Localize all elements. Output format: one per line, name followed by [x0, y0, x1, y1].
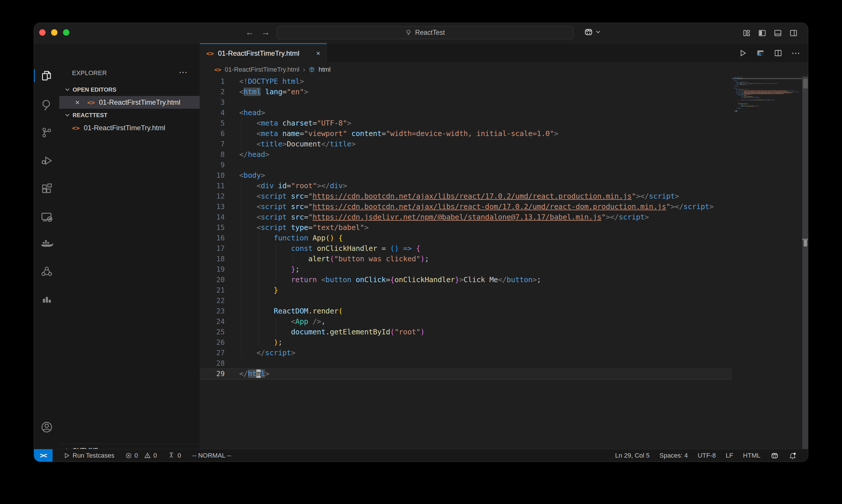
network-nodes-icon: [41, 265, 53, 277]
breadcrumb-file[interactable]: 01-ReactFirstTimeTry.html: [225, 66, 299, 73]
remote-indicator[interactable]: ><: [34, 449, 53, 462]
vim-mode-indicator[interactable]: -- NORMAL --: [192, 452, 231, 460]
code-line[interactable]: 4<head>: [200, 108, 808, 118]
code-line[interactable]: 7 <title>Document</title>: [200, 139, 808, 149]
sidebar-item-run-debug[interactable]: [34, 152, 59, 169]
tab-active-file[interactable]: <> 01-ReactFirstTimeTry.html ×: [200, 43, 327, 62]
code-line[interactable]: 29</html>: [200, 368, 808, 379]
toggle-primary-sidebar-icon[interactable]: [758, 29, 766, 37]
sidebar-item-explorer[interactable]: [34, 68, 59, 84]
code-line[interactable]: 28: [200, 358, 808, 368]
code-line[interactable]: 11 <div id="root"></div>: [200, 181, 808, 191]
problems-status[interactable]: 0 0: [125, 452, 157, 460]
zoom-window-button[interactable]: [63, 29, 69, 36]
chevron-down-icon: [62, 113, 73, 117]
sidebar-item-bar-chart[interactable]: [34, 291, 59, 307]
open-editors-section-header[interactable]: OPEN EDITORS: [59, 83, 200, 96]
copilot-status-icon[interactable]: [770, 452, 779, 460]
sidebar-item-extensions[interactable]: [34, 180, 59, 197]
breadcrumb-symbol[interactable]: html: [319, 66, 331, 73]
code-line[interactable]: 23 ReactDOM.render(: [200, 306, 808, 317]
code-line[interactable]: 25 document.getElementById("root"): [200, 327, 808, 337]
language-mode-status[interactable]: HTML: [743, 452, 760, 460]
encoding-status[interactable]: UTF-8: [698, 452, 716, 460]
customize-layout-icon[interactable]: [742, 29, 751, 37]
breadcrumb[interactable]: <> 01-ReactFirstTimeTry.html › html: [200, 62, 808, 76]
vscode-window: ← → ReactTest: [34, 23, 808, 462]
code-line[interactable]: 9: [200, 160, 808, 170]
code-line[interactable]: 10<body>: [200, 170, 808, 181]
open-editor-filename: 01-ReactFirstTimeTry.html: [99, 98, 180, 106]
code-line[interactable]: 16 function App() {: [200, 233, 808, 243]
code-line[interactable]: 20 return <button onClick={onClickHandle…: [200, 275, 808, 285]
close-tab-icon[interactable]: ×: [316, 49, 320, 57]
code-line[interactable]: 26 );: [200, 337, 808, 348]
tab-label: 01-ReactFirstTimeTry.html: [218, 49, 299, 57]
files-icon: [40, 69, 53, 82]
code-line[interactable]: 15 <script type="text/babel">: [200, 222, 808, 233]
broadcast-icon: [168, 452, 175, 459]
copilot-menu[interactable]: [584, 28, 600, 36]
search-icon: [406, 29, 412, 36]
status-bar: >< Run Testcases 0 0 0 -- NORMAL -- Ln 2…: [34, 449, 808, 462]
notifications-bell-icon[interactable]: [789, 452, 796, 460]
code-line[interactable]: 19 };: [200, 264, 808, 275]
more-actions-icon[interactable]: ⋯: [791, 48, 801, 58]
toggle-panel-icon[interactable]: [774, 29, 782, 37]
code-line[interactable]: 3: [200, 97, 808, 108]
indentation-status[interactable]: Spaces: 4: [659, 452, 688, 460]
sidebar-item-search[interactable]: [34, 96, 59, 113]
chevron-down-icon: [596, 30, 600, 34]
code-line[interactable]: 8</head>: [200, 149, 808, 160]
navigate-back-button[interactable]: ←: [245, 27, 254, 37]
command-center-search[interactable]: ReactTest: [277, 26, 574, 39]
run-testcases-button[interactable]: Run Testcases: [64, 452, 115, 460]
code-line[interactable]: 21 }: [200, 285, 808, 295]
eol-status[interactable]: LF: [725, 452, 733, 460]
explorer-more-actions[interactable]: ⋯: [179, 67, 188, 77]
tab-bar: <> 01-ReactFirstTimeTry.html × ⋯: [200, 43, 808, 62]
code-line[interactable]: 13 <script src="https://cdn.bootcdn.net/…: [200, 201, 808, 212]
close-icon[interactable]: ×: [75, 98, 80, 107]
split-editor-icon[interactable]: [774, 49, 782, 57]
cursor-position-status[interactable]: Ln 29, Col 5: [615, 452, 650, 460]
monitor-icon: [40, 211, 53, 223]
account-menu[interactable]: [34, 419, 59, 435]
toggle-secondary-sidebar-icon[interactable]: [789, 29, 797, 37]
extensions-icon: [41, 182, 53, 195]
code-line[interactable]: 22: [200, 295, 808, 306]
file-tree-item[interactable]: <> 01-ReactFirstTimeTry.html: [59, 122, 200, 134]
navigate-forward-button[interactable]: →: [261, 27, 270, 37]
warning-icon: [144, 452, 151, 459]
title-bar: ← → ReactTest: [34, 23, 808, 43]
html-file-icon: <>: [87, 99, 95, 106]
sidebar-item-network[interactable]: [34, 263, 59, 280]
code-line[interactable]: 12 <script src="https://cdn.bootcdn.net/…: [200, 191, 808, 201]
sidebar-item-source-control[interactable]: [34, 124, 59, 141]
open-editor-item[interactable]: × <> 01-ReactFirstTimeTry.html: [59, 96, 200, 109]
code-line[interactable]: 18 alert("button was clicked");: [200, 254, 808, 264]
code-line[interactable]: 1<!DOCTYPE html>: [200, 76, 808, 87]
symbol-cube-icon: [309, 66, 315, 73]
code-line[interactable]: 2<html lang="en">: [200, 87, 808, 97]
breadcrumb-separator: ›: [303, 66, 305, 74]
open-preview-icon[interactable]: [756, 49, 765, 57]
search-icon: [41, 98, 53, 111]
close-window-button[interactable]: [39, 29, 46, 36]
code-line[interactable]: 27 </script>: [200, 348, 808, 358]
code-line[interactable]: 5 <meta charset="UTF-8">: [200, 118, 808, 128]
sidebar-item-docker[interactable]: [34, 236, 59, 252]
minimize-window-button[interactable]: [51, 29, 57, 36]
code-line[interactable]: 24 <App />,: [200, 317, 808, 327]
code-line[interactable]: 17 const onClickHandler = () => {: [200, 243, 808, 254]
code-region[interactable]: 1<!DOCTYPE html>2<html lang="en">34<head…: [200, 76, 808, 449]
code-line[interactable]: 6 <meta name="viewport" content="width=d…: [200, 128, 808, 139]
explorer-title: EXPLORER: [72, 69, 107, 77]
run-file-icon[interactable]: [739, 49, 747, 57]
html-file-icon: <>: [206, 50, 214, 57]
sidebar-item-remote-explorer[interactable]: [34, 209, 59, 225]
code-line[interactable]: 14 <script src="https://cdn.jsdelivr.net…: [200, 212, 808, 222]
activity-bar: [34, 43, 59, 449]
ports-status[interactable]: 0: [168, 452, 181, 460]
folder-section-header[interactable]: REACTTEST: [59, 109, 200, 122]
